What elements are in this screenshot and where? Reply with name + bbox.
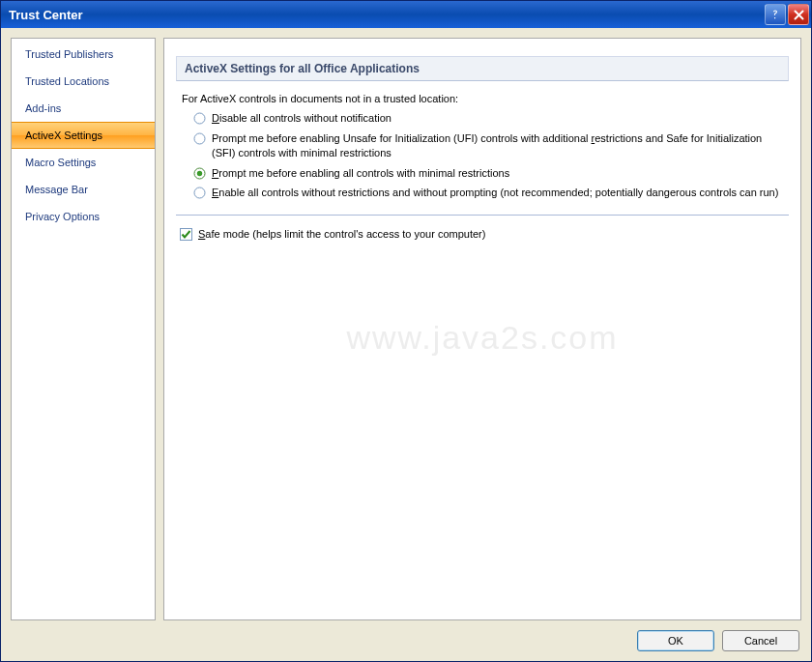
radio-prompt-ufi[interactable]: Prompt me before enabling Unsafe for Ini… — [176, 129, 789, 163]
divider — [176, 215, 789, 216]
radio-label: Disable all controls without notificatio… — [212, 111, 392, 126]
content-panel: ActiveX Settings for all Office Applicat… — [163, 38, 801, 620]
radio-label: Enable all controls without restrictions… — [212, 186, 778, 200]
radio-unchecked-icon — [193, 112, 206, 125]
close-icon — [794, 10, 804, 20]
dialog-body: Trusted Publishers Trusted Locations Add… — [1, 28, 811, 661]
intro-text: For ActiveX controls in documents not in… — [176, 93, 789, 104]
svg-point-0 — [194, 113, 205, 124]
sidebar-item-trusted-locations[interactable]: Trusted Locations — [12, 68, 155, 95]
svg-point-4 — [194, 187, 205, 198]
sidebar-item-trusted-publishers[interactable]: Trusted Publishers — [12, 41, 155, 68]
svg-point-1 — [194, 133, 205, 144]
radio-unchecked-icon — [193, 187, 206, 199]
checkbox-checked-icon — [180, 228, 192, 241]
close-button[interactable] — [788, 4, 809, 25]
help-icon — [769, 9, 781, 20]
watermark: www.java2s.com — [346, 319, 618, 357]
sidebar-item-activex-settings[interactable]: ActiveX Settings — [12, 122, 155, 149]
checkbox-label: Safe mode (helps limit the control's acc… — [198, 227, 485, 242]
radio-enable-all[interactable]: Enable all controls without restrictions… — [176, 183, 789, 203]
cancel-button[interactable]: Cancel — [722, 630, 799, 651]
sidebar-item-message-bar[interactable]: Message Bar — [12, 176, 155, 203]
svg-point-3 — [197, 170, 202, 175]
sidebar-item-macro-settings[interactable]: Macro Settings — [12, 149, 155, 176]
sidebar-item-privacy-options[interactable]: Privacy Options — [12, 203, 155, 230]
safe-mode-checkbox[interactable]: Safe mode (helps limit the control's acc… — [176, 227, 789, 242]
radio-label: Prompt me before enabling all controls w… — [212, 166, 509, 181]
section-heading: ActiveX Settings for all Office Applicat… — [176, 56, 789, 81]
sidebar: Trusted Publishers Trusted Locations Add… — [11, 38, 156, 620]
radio-unchecked-icon — [193, 132, 206, 145]
radio-prompt-all[interactable]: Prompt me before enabling all controls w… — [176, 163, 789, 184]
help-button[interactable] — [765, 4, 786, 25]
trust-center-dialog: Trust Center Trusted Publishers Trusted … — [0, 0, 812, 662]
radio-checked-icon — [193, 167, 206, 180]
radio-disable-all[interactable]: Disable all controls without notificatio… — [176, 108, 789, 129]
ok-button[interactable]: OK — [637, 630, 714, 651]
radio-label: Prompt me before enabling Unsafe for Ini… — [212, 131, 785, 160]
main-row: Trusted Publishers Trusted Locations Add… — [11, 38, 801, 620]
button-row: OK Cancel — [11, 620, 801, 655]
titlebar: Trust Center — [1, 1, 811, 28]
dialog-title: Trust Center — [9, 8, 763, 22]
sidebar-item-add-ins[interactable]: Add-ins — [12, 95, 155, 122]
